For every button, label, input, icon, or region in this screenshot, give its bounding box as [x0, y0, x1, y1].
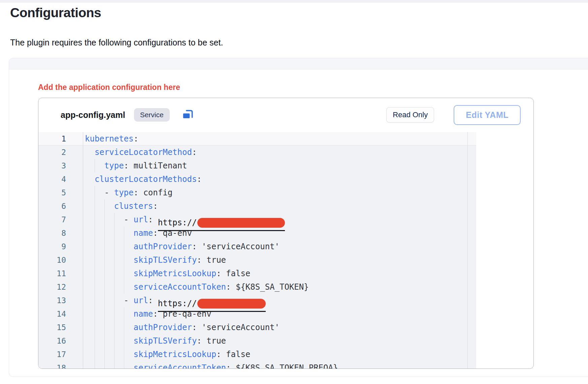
code-line: 14 name: pre-qa-env — [38, 307, 476, 321]
vertical-scrollbar[interactable] — [467, 132, 476, 369]
code-line-text: type: multiTenant — [83, 159, 476, 172]
code-line-text: skipTLSVerify: true — [83, 334, 476, 348]
line-number: 11 — [38, 267, 83, 280]
code-area[interactable]: 1kubernetes:2 serviceLocatorMethod:3 typ… — [38, 132, 476, 369]
code-line-text: name: pre-qa-env — [83, 307, 476, 321]
editor-header: app-config.yaml Service Read Only Edit Y… — [38, 98, 533, 132]
card-top-strip — [9, 58, 588, 69]
line-number: 1 — [38, 132, 83, 145]
code-line: 12 serviceAccountToken: ${K8S_SA_TOKEN} — [38, 280, 476, 294]
config-note: Add the application configuration here — [38, 83, 180, 92]
code-line-text: authProvider: 'serviceAccount' — [83, 321, 476, 334]
line-number: 8 — [38, 226, 83, 240]
code-line-text: kubernetes: — [83, 132, 476, 145]
code-line: 4 clusterLocatorMethods: — [38, 172, 476, 186]
code-line-text: serviceAccountToken: ${K8S_SA_TOKEN} — [83, 280, 476, 294]
code-line: 17 skipMetricsLookup: false — [38, 348, 476, 361]
file-name: app-config.yaml — [61, 110, 125, 120]
code-line-text: - url: https:// — [83, 294, 476, 307]
code-line-text: - url: https:// — [83, 213, 476, 226]
read-only-button[interactable]: Read Only — [386, 107, 434, 123]
code-line-text: skipMetricsLookup: false — [83, 267, 476, 280]
line-number: 2 — [38, 146, 83, 159]
gutter-divider — [83, 132, 83, 369]
code-line: 13 - url: https:// — [38, 294, 476, 307]
code-line: 7 - url: https:// — [38, 213, 476, 226]
line-number: 15 — [38, 321, 83, 334]
line-number: 16 — [38, 334, 83, 348]
code-line-text: serviceLocatorMethod: — [83, 146, 476, 159]
code-line: 15 authProvider: 'serviceAccount' — [38, 321, 476, 334]
line-number: 7 — [38, 213, 83, 226]
edit-yaml-button[interactable]: Edit YAML — [454, 105, 521, 125]
code-line: 18 serviceAccountToken: ${K8S_SA_TOKEN_P… — [38, 361, 476, 369]
code-line-text: clusterLocatorMethods: — [83, 172, 476, 186]
line-number: 4 — [38, 172, 83, 186]
line-number: 18 — [38, 361, 83, 369]
code-line-text: authProvider: 'serviceAccount' — [83, 240, 476, 253]
code-line-text: skipMetricsLookup: false — [83, 348, 476, 361]
service-badge: Service — [134, 108, 170, 122]
code-line-text: name: qa-env — [83, 226, 476, 240]
line-number: 14 — [38, 307, 83, 321]
line-number: 13 — [38, 294, 83, 307]
code-line-text: - type: config — [83, 186, 476, 199]
line-number: 5 — [38, 186, 83, 199]
yaml-editor-panel: app-config.yaml Service Read Only Edit Y… — [38, 98, 534, 369]
code-line-text: serviceAccountToken: ${K8S_SA_TOKEN_PREQ… — [83, 361, 476, 369]
code-line: 5 - type: config — [38, 186, 476, 199]
line-number: 6 — [38, 199, 83, 213]
code-line-text: skipTLSVerify: true — [83, 253, 476, 267]
copy-icon[interactable] — [181, 108, 195, 122]
code-line: 16 skipTLSVerify: true — [38, 334, 476, 348]
line-number: 10 — [38, 253, 83, 267]
line-number: 9 — [38, 240, 83, 253]
code-line: 2 serviceLocatorMethod: — [38, 146, 476, 159]
top-band — [0, 0, 588, 3]
code-line: 8 name: qa-env — [38, 226, 476, 240]
code-line: 6 clusters: — [38, 199, 476, 213]
line-number: 17 — [38, 348, 83, 361]
code-line: 10 skipTLSVerify: true — [38, 253, 476, 267]
line-number: 3 — [38, 159, 83, 172]
code-line: 11 skipMetricsLookup: false — [38, 267, 476, 280]
code-line: 1kubernetes: — [38, 132, 476, 146]
code-line: 9 authProvider: 'serviceAccount' — [38, 240, 476, 253]
line-number: 12 — [38, 280, 83, 294]
page-title: Configurations — [10, 5, 101, 20]
code-line: 3 type: multiTenant — [38, 159, 476, 172]
code-line-text: clusters: — [83, 199, 476, 213]
page-intro: The plugin requires the following config… — [10, 38, 223, 47]
